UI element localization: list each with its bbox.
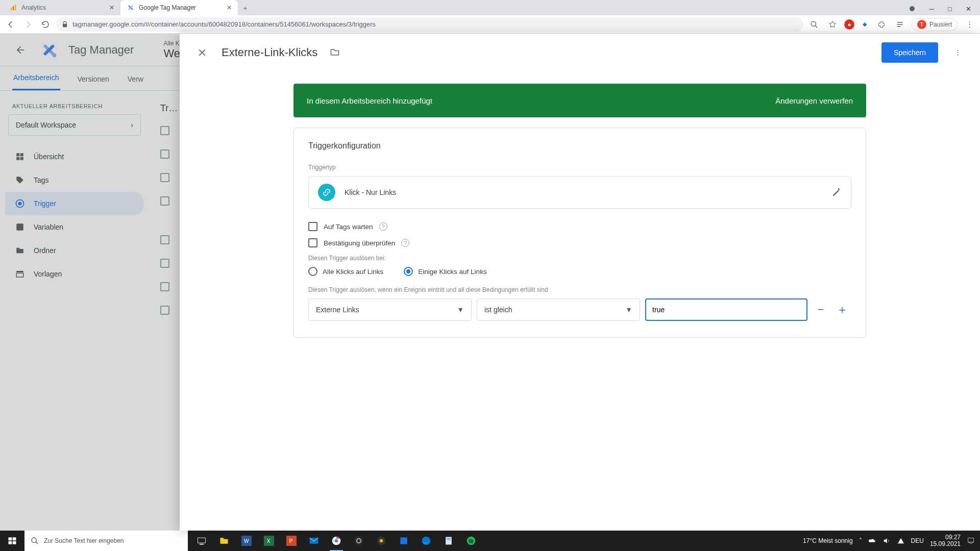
chrome-icon[interactable] (326, 531, 347, 551)
nav-back-button[interactable] (4, 18, 17, 31)
svg-rect-5 (63, 23, 67, 27)
option-label: Bestätigung überprüfen (324, 239, 395, 247)
extension-icon[interactable]: ● (844, 19, 854, 30)
window-maximize-button[interactable]: □ (941, 2, 959, 15)
tab-title: Analytics (21, 4, 46, 11)
nav-forward-button[interactable] (21, 18, 35, 31)
condition-variable-select[interactable]: Externe Links ▼ (308, 298, 472, 321)
folder-icon[interactable] (330, 47, 341, 58)
tray-chevron-icon[interactable]: ˄ (859, 537, 862, 544)
panel-title[interactable]: Externe-Link-Klicks (222, 46, 317, 59)
taskbar-search[interactable]: Zur Suche Text hier eingeben (24, 531, 188, 551)
obs-icon[interactable] (348, 531, 370, 551)
svg-rect-39 (400, 537, 407, 544)
svg-text:P: P (289, 538, 293, 544)
svg-rect-45 (968, 538, 974, 542)
radio-label: Einige Klicks auf Links (418, 268, 486, 276)
extensions-puzzle-icon[interactable] (875, 18, 888, 31)
weather-widget[interactable]: 17°C Meist sonnig (803, 537, 853, 544)
new-tab-button[interactable]: ＋ (238, 1, 252, 15)
add-condition-button[interactable]: ＋ (834, 302, 850, 318)
browser-menu-icon[interactable]: ⋮ (963, 18, 976, 31)
select-value: ist gleich (484, 306, 512, 314)
help-icon[interactable]: ? (401, 239, 409, 247)
task-view-icon[interactable] (191, 531, 212, 551)
account-indicator-icon[interactable] (910, 6, 915, 11)
app-icon[interactable] (371, 531, 392, 551)
discard-changes-link[interactable]: Änderungen verwerfen (775, 96, 853, 105)
extension-icon[interactable]: ◆ (860, 19, 870, 30)
word-icon[interactable]: W (236, 531, 257, 551)
banner-text: In diesem Arbeitsbereich hinzugefügt (307, 96, 432, 105)
browser-toolbar: tagmanager.google.com/#/container/accoun… (0, 15, 980, 34)
trigger-type-selector[interactable]: Klick - Nur Links (308, 176, 851, 209)
powerpoint-icon[interactable]: P (281, 531, 302, 551)
svg-rect-21 (9, 541, 12, 544)
browser-tab-analytics[interactable]: Analytics ✕ (3, 0, 120, 15)
tray-volume-icon[interactable] (883, 537, 891, 545)
bookmark-star-icon[interactable] (826, 18, 839, 31)
radio-some-clicks[interactable]: Einige Klicks auf Links (404, 267, 486, 276)
close-tab-icon[interactable]: ✕ (109, 4, 114, 11)
address-bar[interactable]: tagmanager.google.com/#/container/accoun… (56, 17, 803, 32)
condition-value-input[interactable] (645, 298, 807, 321)
profile-chip[interactable]: T Pausiert (912, 18, 958, 31)
tray-language[interactable]: DEU (911, 537, 924, 544)
svg-point-38 (380, 539, 383, 543)
tray-date: 15.09.2021 (930, 541, 961, 547)
checkbox[interactable] (308, 238, 317, 247)
notepad-icon[interactable] (438, 531, 459, 551)
zoom-icon[interactable] (807, 18, 821, 31)
panel-menu-button[interactable]: ⋮ (947, 42, 968, 63)
tab-title: Google Tag Manager (139, 4, 196, 11)
excel-icon[interactable]: X (258, 531, 280, 551)
lock-icon (61, 21, 68, 28)
select-value: Externe Links (316, 306, 359, 314)
remove-condition-button[interactable]: − (813, 302, 829, 318)
close-panel-button[interactable] (192, 42, 212, 63)
svg-point-23 (32, 538, 36, 542)
radio-all-clicks[interactable]: Alle Klicks auf Links (308, 267, 383, 276)
svg-rect-25 (200, 544, 204, 545)
caret-down-icon: ▼ (625, 306, 632, 314)
window-minimize-button[interactable]: ─ (923, 2, 940, 15)
svg-rect-20 (13, 537, 16, 540)
nav-reload-button[interactable] (39, 18, 52, 31)
start-button[interactable] (0, 531, 24, 551)
app-icon[interactable] (393, 531, 414, 551)
radio-icon (308, 267, 317, 276)
option-label: Auf Tags warten (324, 223, 373, 231)
svg-text:X: X (267, 538, 271, 544)
profile-status: Pausiert (929, 21, 952, 28)
save-button[interactable]: Speichern (881, 42, 938, 63)
reading-list-icon[interactable] (893, 18, 906, 31)
spotify-icon[interactable] (460, 531, 482, 551)
fire-on-label: Diesen Trigger auslösen bei: (308, 255, 851, 262)
svg-point-6 (811, 21, 816, 26)
mail-icon[interactable] (303, 531, 325, 551)
workspace-added-banner: In diesem Arbeitsbereich hinzugefügt Änd… (293, 84, 866, 117)
checkbox[interactable] (308, 222, 317, 231)
window-close-button[interactable]: ✕ (960, 2, 977, 15)
tray-network-icon[interactable] (897, 537, 905, 545)
svg-point-35 (355, 537, 363, 545)
svg-rect-24 (198, 538, 206, 543)
close-tab-icon[interactable]: ✕ (227, 4, 232, 11)
check-validation-option[interactable]: Bestätigung überprüfen ? (308, 238, 851, 247)
svg-text:W: W (244, 538, 249, 544)
search-placeholder: Zur Suche Text hier eingeben (44, 537, 124, 544)
tray-clock[interactable]: 09:27 15.09.2021 (930, 534, 961, 547)
tray-onedrive-icon[interactable] (868, 537, 876, 545)
help-icon[interactable]: ? (379, 222, 387, 231)
browser-tab-gtm[interactable]: Google Tag Manager ✕ (120, 0, 238, 15)
condition-operator-select[interactable]: ist gleich ▼ (477, 298, 640, 321)
svg-point-40 (422, 537, 431, 545)
wait-for-tags-option[interactable]: Auf Tags warten ? (308, 222, 851, 231)
edit-icon[interactable] (831, 187, 842, 197)
svg-rect-2 (15, 5, 16, 10)
edge-icon[interactable] (415, 531, 437, 551)
caret-down-icon: ▼ (457, 306, 464, 314)
file-explorer-icon[interactable] (213, 531, 235, 551)
link-click-icon (318, 184, 335, 201)
tray-notifications-icon[interactable] (967, 537, 975, 545)
